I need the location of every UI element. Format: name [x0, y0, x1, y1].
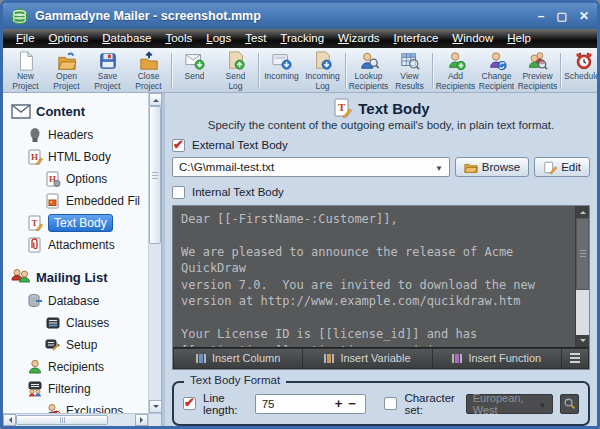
- vertical-scroll-track[interactable]: [149, 244, 161, 400]
- save-project-button[interactable]: Save Project: [87, 49, 128, 92]
- edit-button[interactable]: Edit: [534, 157, 590, 177]
- editor-vertical-scrollbar[interactable]: [575, 206, 589, 347]
- nav-item-setup[interactable]: Setup: [7, 334, 148, 356]
- menu-item-tracking[interactable]: Tracking: [273, 29, 331, 48]
- scroll-left-button[interactable]: [3, 414, 16, 426]
- menu-item-interface[interactable]: Interface: [387, 29, 446, 48]
- insert-variable-icon: [324, 354, 334, 363]
- magnifier-icon: [563, 397, 576, 410]
- insert-variable-button[interactable]: Insert Variable: [303, 349, 431, 368]
- incoming-icon: [272, 51, 292, 71]
- filter-table-icon: [27, 381, 43, 397]
- menu-item-file[interactable]: File: [9, 29, 42, 48]
- nav-item-exclusions[interactable]: Exclusions: [7, 400, 148, 413]
- html-doc-icon: H: [27, 149, 43, 165]
- send-log-button[interactable]: Send Log: [215, 49, 256, 92]
- change-recipient-button[interactable]: Change Recipient: [476, 49, 517, 92]
- toolbar-separator: [432, 53, 433, 88]
- editor-menu-button[interactable]: [562, 349, 588, 368]
- nav-item-filtering[interactable]: Filtering: [7, 378, 148, 400]
- nav-item-attachments[interactable]: Attachments: [7, 234, 148, 256]
- line-length-input[interactable]: [262, 398, 332, 410]
- paperclip-icon: [27, 237, 43, 253]
- scroll-down-button[interactable]: [576, 335, 589, 347]
- increment-button[interactable]: +: [332, 397, 346, 410]
- external-text-body-checkbox[interactable]: [172, 139, 185, 152]
- svg-text:T: T: [32, 218, 38, 228]
- line-length-field[interactable]: + −: [255, 394, 366, 414]
- chevron-up-icon: [580, 208, 586, 214]
- chevron-down-icon: [153, 405, 159, 411]
- editor-scroll-track[interactable]: [576, 290, 589, 335]
- scheduler-button[interactable]: Scheduler: [563, 49, 597, 92]
- nav-item-recipients[interactable]: Recipients: [7, 356, 148, 378]
- lookup-recipients-button[interactable]: Lookup Recipients: [348, 49, 389, 92]
- scroll-up-button[interactable]: [576, 206, 589, 218]
- editor-scroll-thumb[interactable]: [576, 218, 589, 290]
- nav-item-html-options[interactable]: H Options: [7, 168, 148, 190]
- nav-section-content[interactable]: Content: [7, 98, 148, 124]
- menu-item-window[interactable]: Window: [445, 29, 500, 48]
- change-recipient-icon: [487, 51, 507, 71]
- app-logo-icon: [11, 8, 28, 25]
- nav-item-database[interactable]: Database: [7, 290, 148, 312]
- nav-item-text-body[interactable]: T Text Body: [7, 212, 148, 234]
- envelope-icon: [11, 102, 31, 120]
- browse-button[interactable]: Browse: [455, 157, 529, 177]
- nav-section-label: Content: [36, 104, 85, 119]
- nav-item-headers[interactable]: Headers: [7, 124, 148, 146]
- horizontal-scroll-thumb[interactable]: [16, 415, 108, 425]
- incoming-button[interactable]: Incoming: [261, 49, 302, 92]
- menu-item-help[interactable]: Help: [500, 29, 538, 48]
- character-set-checkbox[interactable]: [384, 397, 397, 410]
- nav-item-embedded-files[interactable]: Embedded Fil: [7, 190, 148, 212]
- menu-item-database[interactable]: Database: [95, 29, 158, 48]
- nav-section-mailing-list[interactable]: Mailing List: [7, 264, 148, 290]
- body-text-editor[interactable]: Dear [[-FirstName-:Customer]], We are pl…: [173, 206, 575, 347]
- chevron-left-icon: [6, 417, 12, 423]
- preview-recipients-button[interactable]: Preview Recipients: [517, 49, 558, 92]
- maximize-icon[interactable]: [557, 10, 567, 22]
- main-panel: T Text Body Specify the content of the o…: [165, 93, 597, 426]
- nav-item-html-body[interactable]: H HTML Body: [7, 146, 148, 168]
- menu-bar: File Options Database Tools Logs Test Tr…: [3, 29, 597, 48]
- view-results-button[interactable]: View Results: [389, 49, 430, 92]
- text-file-dropdown[interactable]: C:\G\mmail-test.txt: [172, 157, 450, 177]
- menu-item-wizards[interactable]: Wizards: [331, 29, 387, 48]
- insert-function-icon: [452, 354, 462, 363]
- close-project-button[interactable]: Close Project: [128, 49, 169, 92]
- vertical-scroll-thumb[interactable]: [149, 106, 161, 244]
- insert-column-button[interactable]: Insert Column: [174, 349, 302, 368]
- line-length-checkbox[interactable]: [183, 397, 196, 410]
- scroll-right-button[interactable]: [135, 414, 148, 426]
- minimize-icon[interactable]: [538, 10, 545, 22]
- character-set-search-button[interactable]: [560, 394, 579, 414]
- incoming-log-button[interactable]: Incoming Log: [302, 49, 343, 92]
- toolbar-separator: [345, 53, 346, 88]
- new-project-button[interactable]: New Project: [5, 49, 46, 92]
- toolbar: New Project Open Project Save Project Cl…: [3, 48, 597, 93]
- open-project-button[interactable]: Open Project: [46, 49, 87, 92]
- add-recipients-icon: [446, 51, 466, 71]
- head-icon: [27, 127, 43, 143]
- menu-item-tools[interactable]: Tools: [158, 29, 199, 48]
- decrement-button[interactable]: −: [345, 397, 359, 410]
- menu-item-logs[interactable]: Logs: [199, 29, 238, 48]
- sidebar-horizontal-scrollbar[interactable]: [3, 413, 148, 426]
- menu-item-test[interactable]: Test: [238, 29, 273, 48]
- send-button[interactable]: Send: [174, 49, 215, 92]
- add-recipients-button[interactable]: Add Recipients: [435, 49, 476, 92]
- text-doc-icon: T: [27, 215, 43, 231]
- close-icon[interactable]: [579, 10, 589, 22]
- insert-function-button[interactable]: Insert Function: [433, 349, 561, 368]
- character-set-value: European, West: [473, 392, 539, 416]
- sidebar-vertical-scrollbar[interactable]: [148, 93, 161, 426]
- svg-text:H: H: [31, 152, 38, 162]
- menu-item-options[interactable]: Options: [42, 29, 96, 48]
- svg-text:T: T: [338, 101, 346, 113]
- chevron-down-icon: [539, 398, 547, 410]
- internal-text-body-checkbox[interactable]: [172, 186, 185, 199]
- internal-text-body-label: Internal Text Body: [192, 186, 284, 198]
- line-length-label: Line length:: [203, 392, 248, 416]
- nav-item-clauses[interactable]: Clauses: [7, 312, 148, 334]
